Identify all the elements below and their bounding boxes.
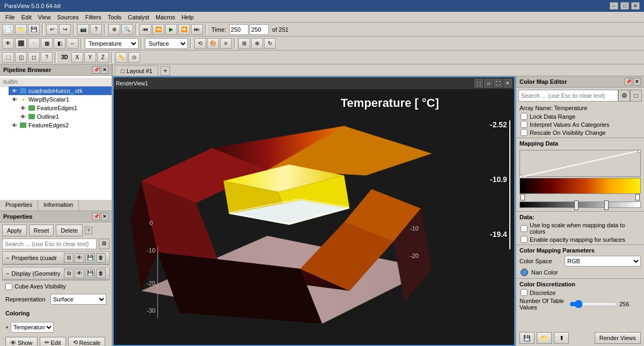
render-split-v-btn[interactable]: ▱ [484,79,493,88]
pick-btn[interactable]: ⊙ [128,52,140,63]
representation-select[interactable]: Surface [50,294,106,305]
edit-cmap-btn[interactable]: 🎨 [207,38,219,49]
reset-range-btn[interactable]: ⟲ [194,38,206,49]
rescale-visibility-checkbox[interactable] [521,129,528,136]
surface-btn[interactable]: ◧ [54,38,65,49]
points-btn[interactable]: · [28,38,40,49]
pipeline-item-2[interactable]: 👁 ▾ WarpByScalar1 [9,95,112,104]
representation-select[interactable]: Surface [145,38,188,49]
interpret-values-checkbox[interactable] [521,121,528,128]
menu-help[interactable]: Help [178,13,197,21]
menu-tools[interactable]: Tools [105,13,125,21]
table-values-slider[interactable] [569,300,617,308]
measure-btn[interactable]: 📏 [115,52,127,63]
play-next-button[interactable]: ⏩ [178,24,190,35]
show-button[interactable]: 👁 Show [5,337,38,347]
cm-load-btn[interactable]: 📁 [537,332,552,344]
props-close-button[interactable]: ✕ [101,213,108,220]
log-scale-checkbox[interactable] [521,225,528,232]
cm-save-btn[interactable]: 💾 [519,332,535,344]
menu-macros[interactable]: Macros [152,13,178,21]
layout-tab-1[interactable]: □ Layout #1 [115,66,158,76]
query-btn[interactable]: ? [41,52,53,63]
props-help-button[interactable]: ? [85,227,92,234]
pipeline-item-4[interactable]: 👁 Outline1 [17,112,112,121]
reset-button[interactable]: Reset [29,225,54,236]
help-button[interactable]: ? [90,24,102,35]
props-pin-button[interactable]: 📌 [92,213,100,220]
eye-icon-4[interactable]: 👁 [19,113,27,120]
display-del-btn[interactable]: 🗑 [96,269,106,278]
new-button[interactable]: 📄 [2,24,14,35]
menu-filters[interactable]: Filters [82,13,105,21]
maximize-button[interactable]: □ [620,2,629,10]
play-begin-button[interactable]: ⏮ [140,24,151,35]
display-save-btn[interactable]: 💾 [85,269,95,278]
render-maximize-btn[interactable]: ⛶ [494,79,502,88]
properties-section-header[interactable]: − Properties (cuadr ⧉ 👁 💾 🗑 [3,252,109,264]
display-copy-btn[interactable]: ⧉ [64,269,74,278]
gradient-handle-right[interactable] [635,194,640,200]
select-btn[interactable]: ⬚ [2,52,14,63]
cm-pin-button[interactable]: 📌 [625,78,632,85]
rotate-btn[interactable]: ↻ [264,38,276,49]
play-end-button[interactable]: ⏭ [191,24,203,35]
nan-color-swatch[interactable] [521,269,528,276]
wire-btn[interactable]: ▦ [41,38,53,49]
eye-icon-5[interactable]: 👁 [11,121,18,129]
menu-edit[interactable]: Edit [18,13,35,21]
cm-close-button[interactable]: ✕ [633,78,641,85]
rescale-button[interactable]: ⟲ Rescale [68,337,106,347]
time-input[interactable] [229,24,248,35]
props-copy-btn[interactable]: ⧉ [64,253,74,263]
delete-button[interactable]: Delete [56,225,83,236]
menu-file[interactable]: File [2,13,18,21]
view-x-btn[interactable]: X [71,52,83,63]
undo-button[interactable]: ↩ [46,24,58,35]
props-save-btn[interactable]: 💾 [85,253,95,263]
play-prev-button[interactable]: ⏪ [152,24,164,35]
opacity-mapping-checkbox[interactable] [521,236,528,243]
pipeline-item-1[interactable]: 👁 cuadradoHueco_.vtk [9,86,112,95]
pipeline-close-button[interactable]: ✕ [101,66,108,74]
minimize-button[interactable]: − [610,2,618,10]
props-search-input[interactable] [2,239,97,249]
lock-data-range-checkbox[interactable] [521,113,528,120]
open-button[interactable]: 📁 [15,24,27,35]
discretize-checkbox[interactable] [521,289,528,296]
render-split-h-btn[interactable]: ⬚ [474,79,483,88]
coloring-variable-select[interactable]: Temperature [11,322,54,333]
eye-icon-1[interactable]: 👁 [11,87,18,95]
center-axes-btn[interactable]: ⊕ [251,38,263,49]
props-del-btn[interactable]: 🗑 [96,253,106,263]
tab-properties[interactable]: Properties [0,200,38,211]
menu-view[interactable]: View [35,13,54,21]
props-search-icon[interactable]: ⚙ [99,239,109,249]
menu-catalyst[interactable]: Catalyst [125,13,152,21]
select2-btn[interactable]: ◫ [15,52,27,63]
cm-search-input[interactable] [518,90,618,102]
add-layout-button[interactable]: + [160,66,170,76]
menu-sources[interactable]: Sources [54,13,82,21]
apply-button[interactable]: Apply [2,225,27,236]
camera-button[interactable]: 📷 [77,24,89,35]
variable-select[interactable]: Temperature [85,38,138,49]
props-eye-btn[interactable]: 👁 [75,253,84,263]
edit-button[interactable]: ✏ Edit [40,337,66,347]
pipeline-item-5[interactable]: 👁 FeatureEdges2 [9,121,112,129]
eye-icon-3[interactable]: 👁 [19,104,27,112]
pipeline-item-3[interactable]: 👁 FeatureEdges1 [17,104,112,112]
select3-btn[interactable]: ◻ [28,52,40,63]
color-space-select[interactable]: RGB [565,256,641,266]
close-button[interactable]: ✕ [631,2,640,10]
cm-presets-button[interactable]: □ [630,90,642,102]
cm-gear-button[interactable]: ⚙ [618,90,630,102]
gradient-handle-left[interactable] [521,194,525,200]
cube-axes-checkbox[interactable] [5,283,12,290]
view-z-btn[interactable]: Z [97,52,109,63]
render-close-btn[interactable]: ✕ [503,79,512,88]
cube-btn[interactable]: ⬛ [15,38,27,49]
scalar-bar-btn[interactable]: ≡ [220,38,232,49]
interact-btn[interactable]: ↔ [67,38,78,49]
redo-button[interactable]: ↪ [59,24,71,35]
